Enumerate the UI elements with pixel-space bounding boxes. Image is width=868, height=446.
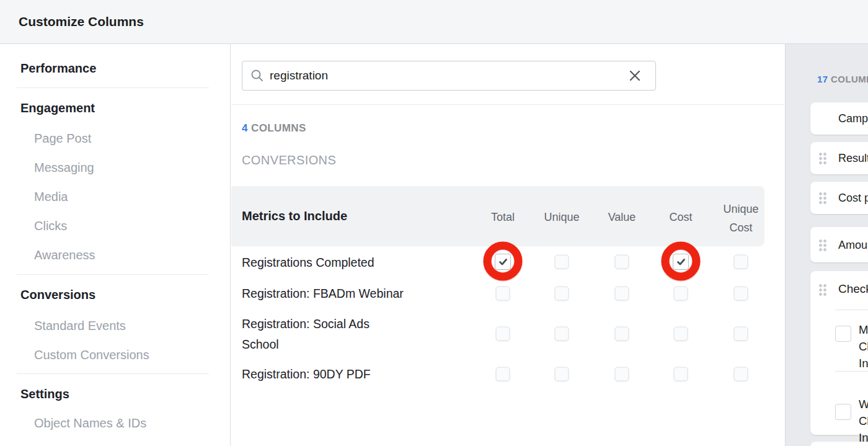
- column-header-value: Value: [608, 211, 636, 224]
- annotation-circle-cost: [662, 242, 701, 281]
- sidebar-item-performance[interactable]: Performance: [20, 61, 96, 76]
- metric-row-label: Registrations Completed: [242, 254, 374, 270]
- checkbox-fbadm-webinar-unique-cost[interactable]: [734, 287, 748, 301]
- sidebar-item-settings[interactable]: Settings: [20, 387, 69, 401]
- checkbox-social-ads-school-value[interactable]: [615, 327, 629, 341]
- column-card-label: Campaign Name: [838, 112, 868, 125]
- results-count-number: 4: [242, 122, 248, 134]
- drag-handle-icon[interactable]: [818, 152, 826, 164]
- sidebar-item-clicks[interactable]: Clicks: [34, 219, 67, 233]
- selected-count-label: COLUMNS SELECTED: [831, 74, 868, 84]
- checkbox-social-ads-school-total[interactable]: [496, 327, 510, 341]
- clear-search-icon[interactable]: [628, 69, 642, 85]
- results-count: 4 COLUMNS: [242, 122, 306, 135]
- section-divider: [231, 104, 784, 105]
- checkbox-registrations-completed-unique[interactable]: [555, 255, 569, 269]
- sidebar-item-engagement[interactable]: Engagement: [20, 101, 95, 115]
- column-card-cost-per-result[interactable]: Cost per Result: [810, 182, 868, 214]
- checkbox-social-ads-school-cost[interactable]: [674, 327, 688, 341]
- column-card-results[interactable]: Results: [810, 142, 868, 174]
- sidebar-item-object-names-ids[interactable]: Object Names & IDs: [34, 416, 146, 430]
- column-header-unique: Unique: [544, 211, 579, 224]
- checkbox-fbadm-webinar-total[interactable]: [496, 287, 510, 301]
- sub-item-label: Website Checkouts Initiated: [859, 396, 868, 446]
- metric-row-label: Registration: Social Ads School: [242, 314, 397, 355]
- sidebar-item-custom-conversions[interactable]: Custom Conversions: [34, 348, 149, 362]
- checkbox-social-ads-school-unique-cost[interactable]: [734, 327, 748, 341]
- column-header-total: Total: [491, 211, 515, 224]
- checkbox-website-checkouts[interactable]: [835, 404, 851, 420]
- checkbox-registrations-completed-value[interactable]: [615, 255, 629, 269]
- sidebar-divider: [17, 87, 209, 88]
- column-card-checkouts-initiated[interactable]: Checkouts Initiated Mobile App Checkouts…: [810, 271, 868, 435]
- checkbox-fbadm-webinar-unique[interactable]: [555, 287, 569, 301]
- sidebar-divider: [17, 373, 209, 374]
- search-icon: [250, 69, 264, 85]
- results-count-label: COLUMNS: [251, 122, 306, 134]
- metric-row-label: Registration: FBADm Webinar: [242, 285, 404, 301]
- drag-handle-icon[interactable]: [818, 283, 826, 296]
- checkbox-fbadm-webinar-value[interactable]: [615, 287, 629, 301]
- drag-handle-icon[interactable]: [818, 239, 826, 251]
- column-card-label: Checkouts Initiated: [838, 282, 868, 296]
- checkbox-90dy-pdf-unique[interactable]: [555, 367, 569, 381]
- sidebar-item-awareness[interactable]: Awareness: [34, 248, 95, 262]
- results-section-label: CONVERSIONS: [242, 153, 336, 167]
- checkbox-fbadm-webinar-cost[interactable]: [674, 287, 688, 301]
- card-divider: [835, 310, 868, 310]
- metric-row-label: Registration: 90DY PDF: [242, 366, 371, 382]
- column-header-unique-cost: Unique Cost: [713, 200, 769, 237]
- checkbox-social-ads-school-unique[interactable]: [555, 327, 569, 341]
- checkbox-90dy-pdf-value[interactable]: [615, 367, 629, 381]
- drag-handle-icon[interactable]: [818, 192, 826, 204]
- search-field[interactable]: [242, 61, 656, 91]
- category-sidebar: Performance Engagement Page Post Messagi…: [0, 44, 231, 446]
- table-title: Metrics to Include: [242, 209, 347, 223]
- sidebar-divider: [17, 274, 209, 275]
- column-card-campaign-name[interactable]: Campaign Name: [810, 102, 868, 135]
- checkbox-90dy-pdf-unique-cost[interactable]: [734, 367, 748, 381]
- sidebar-item-media[interactable]: Media: [34, 190, 68, 204]
- search-input[interactable]: [270, 61, 617, 90]
- checkbox-registrations-completed-unique-cost[interactable]: [734, 255, 748, 269]
- sidebar-item-page-post[interactable]: Page Post: [34, 132, 91, 146]
- column-card-partial[interactable]: [810, 442, 868, 446]
- column-card-label: Results: [838, 152, 868, 165]
- sub-item-label: Mobile App Checkouts Initiated: [859, 321, 868, 372]
- selected-columns-count: 17 COLUMNS SELECTED: [817, 74, 868, 84]
- sidebar-item-messaging[interactable]: Messaging: [34, 161, 94, 175]
- annotation-circle-total: [484, 242, 523, 281]
- selected-count-number: 17: [817, 74, 828, 84]
- column-card-label: Amount Spent: [838, 238, 868, 251]
- checkbox-mobile-app-checkouts[interactable]: [835, 326, 851, 342]
- sidebar-item-conversions[interactable]: Conversions: [20, 288, 95, 302]
- column-card-amount-spent[interactable]: Amount Spent: [810, 227, 868, 262]
- column-card-label: Cost per Result: [838, 192, 868, 205]
- dialog-header: Customize Columns: [0, 0, 868, 44]
- card-divider: [835, 371, 868, 372]
- checkbox-90dy-pdf-total[interactable]: [496, 367, 510, 381]
- sidebar-item-standard-events[interactable]: Standard Events: [34, 319, 126, 333]
- dialog-title: Customize Columns: [0, 14, 144, 29]
- column-header-cost: Cost: [669, 211, 692, 224]
- checkbox-90dy-pdf-cost[interactable]: [674, 367, 688, 381]
